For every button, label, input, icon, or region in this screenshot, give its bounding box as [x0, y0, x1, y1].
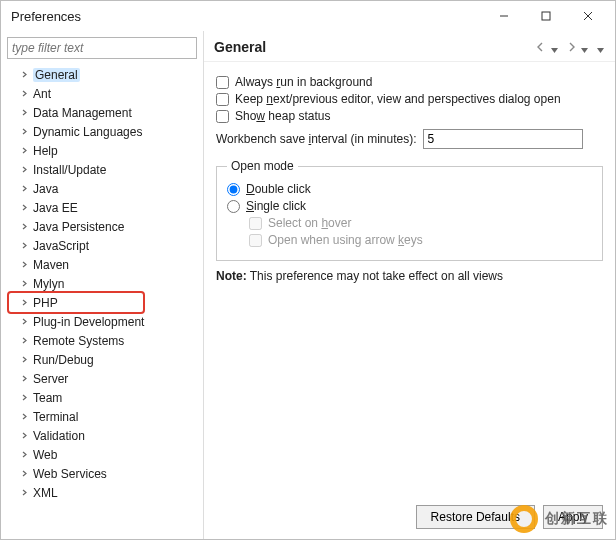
tree-item-label: Java — [33, 182, 58, 196]
heap-status-checkbox[interactable]: Show heap status — [216, 109, 603, 123]
keep-editor-checkbox[interactable]: Keep next/previous editor, view and pers… — [216, 92, 603, 106]
tree-item-label: Web Services — [33, 467, 107, 481]
close-button[interactable] — [567, 2, 609, 30]
expand-icon[interactable] — [19, 260, 29, 270]
expand-icon[interactable] — [19, 431, 29, 441]
view-menu-icon[interactable] — [597, 43, 605, 51]
page-header: General — [204, 31, 615, 62]
tree-item-java-ee[interactable]: Java EE — [5, 198, 199, 217]
restore-defaults-button[interactable]: Restore Defaults — [416, 505, 535, 529]
tree-item-java[interactable]: Java — [5, 179, 199, 198]
tree-item-label: Java Persistence — [33, 220, 124, 234]
expand-icon[interactable] — [19, 108, 29, 118]
note-text: Note: This preference may not take effec… — [216, 269, 603, 283]
tree-item-ant[interactable]: Ant — [5, 84, 199, 103]
expand-icon[interactable] — [19, 298, 29, 308]
expand-icon[interactable] — [19, 241, 29, 251]
tree-item-team[interactable]: Team — [5, 388, 199, 407]
preferences-window: Preferences GeneralAntData ManagementDyn… — [0, 0, 616, 540]
save-interval-input[interactable] — [423, 129, 583, 149]
tree-item-label: XML — [33, 486, 58, 500]
tree-item-server[interactable]: Server — [5, 369, 199, 388]
tree-item-label: Web — [33, 448, 57, 462]
back-menu-icon[interactable] — [551, 43, 559, 51]
maximize-button[interactable] — [525, 2, 567, 30]
tree-item-javascript[interactable]: JavaScript — [5, 236, 199, 255]
tree-item-install-update[interactable]: Install/Update — [5, 160, 199, 179]
tree-item-label: General — [33, 68, 80, 82]
expand-icon[interactable] — [19, 374, 29, 384]
tree-item-label: Validation — [33, 429, 85, 443]
expand-icon[interactable] — [19, 336, 29, 346]
tree-item-label: Dynamic Languages — [33, 125, 142, 139]
tree-item-terminal[interactable]: Terminal — [5, 407, 199, 426]
tree-item-label: Remote Systems — [33, 334, 124, 348]
save-interval-label: Workbench save interval (in minutes): — [216, 132, 417, 146]
category-tree[interactable]: GeneralAntData ManagementDynamic Languag… — [5, 65, 199, 502]
expand-icon[interactable] — [19, 127, 29, 137]
tree-item-mylyn[interactable]: Mylyn — [5, 274, 199, 293]
expand-icon[interactable] — [19, 355, 29, 365]
select-on-hover-checkbox: Select on hover — [249, 216, 592, 230]
expand-icon[interactable] — [19, 70, 29, 80]
always-run-bg-checkbox[interactable]: Always run in background — [216, 75, 603, 89]
double-click-radio[interactable]: Double click — [227, 182, 592, 196]
expand-icon[interactable] — [19, 317, 29, 327]
main-panel: General Always run in background Keep ne… — [204, 31, 615, 539]
tree-item-dynamic-languages[interactable]: Dynamic Languages — [5, 122, 199, 141]
tree-item-label: Maven — [33, 258, 69, 272]
minimize-button[interactable] — [483, 2, 525, 30]
expand-icon[interactable] — [19, 146, 29, 156]
expand-icon[interactable] — [19, 89, 29, 99]
page-content: Always run in background Keep next/previ… — [204, 62, 615, 539]
save-interval-row: Workbench save interval (in minutes): — [216, 129, 603, 149]
expand-icon[interactable] — [19, 393, 29, 403]
tree-item-label: JavaScript — [33, 239, 89, 253]
expand-icon[interactable] — [19, 450, 29, 460]
tree-item-data-management[interactable]: Data Management — [5, 103, 199, 122]
tree-item-help[interactable]: Help — [5, 141, 199, 160]
expand-icon[interactable] — [19, 165, 29, 175]
expand-icon[interactable] — [19, 184, 29, 194]
tree-item-php[interactable]: PHP — [5, 293, 199, 312]
forward-icon[interactable] — [563, 39, 579, 55]
expand-icon[interactable] — [19, 412, 29, 422]
tree-item-label: Team — [33, 391, 62, 405]
expand-icon[interactable] — [19, 488, 29, 498]
footer: Restore Defaults Apply — [416, 505, 603, 529]
tree-item-java-persistence[interactable]: Java Persistence — [5, 217, 199, 236]
body: GeneralAntData ManagementDynamic Languag… — [1, 31, 615, 539]
svg-rect-0 — [542, 12, 550, 20]
expand-icon[interactable] — [19, 203, 29, 213]
tree-item-label: Java EE — [33, 201, 78, 215]
tree-item-remote-systems[interactable]: Remote Systems — [5, 331, 199, 350]
apply-button[interactable]: Apply — [543, 505, 603, 529]
open-arrow-keys-checkbox: Open when using arrow keys — [249, 233, 592, 247]
back-icon[interactable] — [533, 39, 549, 55]
single-click-radio[interactable]: Single click — [227, 199, 592, 213]
tree-item-validation[interactable]: Validation — [5, 426, 199, 445]
tree-item-maven[interactable]: Maven — [5, 255, 199, 274]
open-mode-legend: Open mode — [227, 159, 298, 173]
tree-item-xml[interactable]: XML — [5, 483, 199, 502]
tree-item-label: Run/Debug — [33, 353, 94, 367]
expand-icon[interactable] — [19, 222, 29, 232]
tree-item-web[interactable]: Web — [5, 445, 199, 464]
window-title: Preferences — [7, 9, 483, 24]
page-title: General — [214, 39, 529, 55]
forward-menu-icon[interactable] — [581, 43, 589, 51]
tree-item-web-services[interactable]: Web Services — [5, 464, 199, 483]
tree-item-label: PHP — [33, 296, 58, 310]
tree-item-label: Terminal — [33, 410, 78, 424]
expand-icon[interactable] — [19, 279, 29, 289]
tree-item-run-debug[interactable]: Run/Debug — [5, 350, 199, 369]
filter-input[interactable] — [7, 37, 197, 59]
expand-icon[interactable] — [19, 469, 29, 479]
tree-item-general[interactable]: General — [5, 65, 199, 84]
titlebar: Preferences — [1, 1, 615, 31]
tree-item-label: Plug-in Development — [33, 315, 144, 329]
tree-item-plug-in-development[interactable]: Plug-in Development — [5, 312, 199, 331]
tree-item-label: Install/Update — [33, 163, 106, 177]
tree-item-label: Data Management — [33, 106, 132, 120]
tree-item-label: Ant — [33, 87, 51, 101]
